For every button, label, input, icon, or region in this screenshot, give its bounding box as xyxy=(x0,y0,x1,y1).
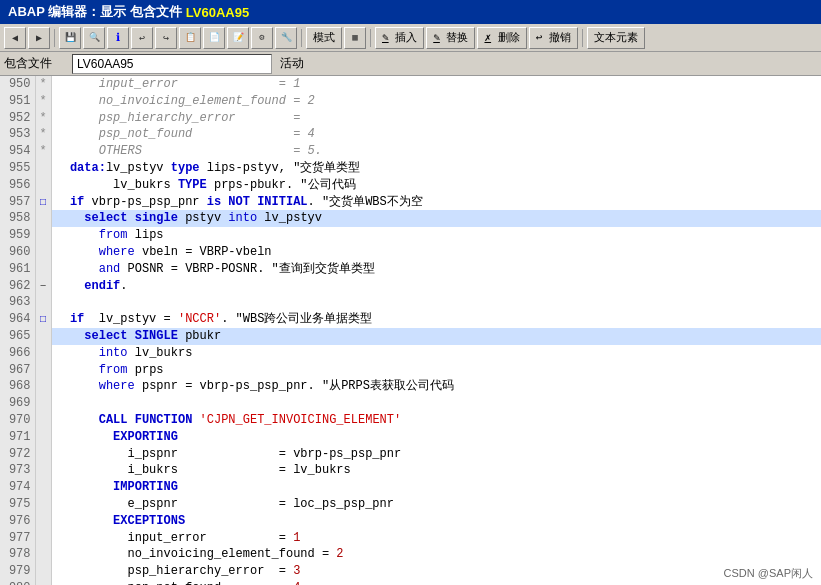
btn5[interactable]: 🔧 xyxy=(275,27,297,49)
code-container[interactable]: 950* input_error = 1951* no_invoicing_el… xyxy=(0,76,821,585)
table-row: 952* psp_hierarchy_error = xyxy=(0,110,821,127)
line-number: 980 xyxy=(0,580,35,585)
separator-2 xyxy=(301,29,302,47)
line-number: 952 xyxy=(0,110,35,127)
line-number: 955 xyxy=(0,160,35,177)
line-marker xyxy=(35,580,51,585)
save-button[interactable]: 💾 xyxy=(59,27,81,49)
table-row: 963 xyxy=(0,294,821,311)
toolbar: ◀ ▶ 💾 🔍 ℹ ↩ ↪ 📋 📄 📝 ⚙ 🔧 模式 ▦ ✎ 插入 ✎ 替换 ✗… xyxy=(0,24,821,52)
line-code: lv_bukrs TYPE prps-pbukr. "公司代码 xyxy=(51,177,821,194)
line-code: where pspnr = vbrp-ps_psp_pnr. "从PRPS表获取… xyxy=(51,378,821,395)
line-code: EXPORTING xyxy=(51,429,821,446)
forward-button[interactable]: ▶ xyxy=(28,27,50,49)
line-number: 950 xyxy=(0,76,35,93)
table-row: 978 no_invoicing_element_found = 2 xyxy=(0,546,821,563)
table-row: 956 lv_bukrs TYPE prps-pbukr. "公司代码 xyxy=(0,177,821,194)
line-code: psp_hierarchy_error = 3 xyxy=(51,563,821,580)
line-number: 969 xyxy=(0,395,35,412)
line-code: no_invoicing_element_found = 2 xyxy=(51,93,821,110)
table-row: 973 i_bukrs = lv_bukrs xyxy=(0,462,821,479)
table-row: 953* psp_not_found = 4 xyxy=(0,126,821,143)
table-row: 957□ if vbrp-ps_psp_pnr is NOT INITIAL. … xyxy=(0,194,821,211)
line-marker xyxy=(35,160,51,177)
line-number: 972 xyxy=(0,446,35,463)
line-number: 960 xyxy=(0,244,35,261)
line-marker: * xyxy=(35,143,51,160)
btn1[interactable]: 📋 xyxy=(179,27,201,49)
prev-button[interactable]: ↩ xyxy=(131,27,153,49)
line-number: 967 xyxy=(0,362,35,379)
line-code: endif. xyxy=(51,278,821,295)
line-code: i_bukrs = lv_bukrs xyxy=(51,462,821,479)
line-marker xyxy=(35,227,51,244)
file-label: 包含文件 xyxy=(4,55,64,72)
line-code: psp_not_found = 4 xyxy=(51,126,821,143)
watermark: CSDN @SAP闲人 xyxy=(724,566,813,581)
undo-button[interactable]: ↩ 撤销 xyxy=(529,27,578,49)
line-code: e_pspnr = loc_ps_psp_pnr xyxy=(51,496,821,513)
file-input[interactable] xyxy=(72,54,272,74)
table-row: 965 select SINGLE pbukr xyxy=(0,328,821,345)
line-marker xyxy=(35,530,51,547)
line-marker xyxy=(35,244,51,261)
find-button[interactable]: 🔍 xyxy=(83,27,105,49)
line-number: 971 xyxy=(0,429,35,446)
line-marker: * xyxy=(35,93,51,110)
line-marker xyxy=(35,462,51,479)
line-marker xyxy=(35,446,51,463)
line-marker xyxy=(35,496,51,513)
line-number: 978 xyxy=(0,546,35,563)
line-number: 962 xyxy=(0,278,35,295)
line-marker xyxy=(35,378,51,395)
line-number: 973 xyxy=(0,462,35,479)
table-row: 967 from prps xyxy=(0,362,821,379)
line-marker xyxy=(35,546,51,563)
table-row: 958 select single pstyv into lv_pstyv xyxy=(0,210,821,227)
text-elements-button[interactable]: 文本元素 xyxy=(587,27,645,49)
insert-button[interactable]: ✎ 插入 xyxy=(375,27,424,49)
line-marker xyxy=(35,395,51,412)
line-number: 964 xyxy=(0,311,35,328)
line-code: if vbrp-ps_psp_pnr is NOT INITIAL. "交货单W… xyxy=(51,194,821,211)
table-row: 969 xyxy=(0,395,821,412)
next-button[interactable]: ↪ xyxy=(155,27,177,49)
line-marker xyxy=(35,563,51,580)
btn4[interactable]: ⚙ xyxy=(251,27,273,49)
line-code: psp_not_found = 4 xyxy=(51,580,821,585)
line-marker xyxy=(35,210,51,227)
table-row: 977 input_error = 1 xyxy=(0,530,821,547)
title-filename: LV60AA95 xyxy=(186,5,249,20)
line-code: and POSNR = VBRP-POSNR. "查询到交货单类型 xyxy=(51,261,821,278)
line-code xyxy=(51,395,821,412)
line-code: IMPORTING xyxy=(51,479,821,496)
back-button[interactable]: ◀ xyxy=(4,27,26,49)
line-number: 956 xyxy=(0,177,35,194)
info-button[interactable]: ℹ xyxy=(107,27,129,49)
line-number: 958 xyxy=(0,210,35,227)
table-row: 976 EXCEPTIONS xyxy=(0,513,821,530)
mode-button[interactable]: 模式 xyxy=(306,27,342,49)
line-code: select SINGLE pbukr xyxy=(51,328,821,345)
line-number: 954 xyxy=(0,143,35,160)
title-bar: ABAP 编辑器：显示 包含文件 LV60AA95 xyxy=(0,0,821,24)
table-row: 950* input_error = 1 xyxy=(0,76,821,93)
line-marker xyxy=(35,412,51,429)
delete-button[interactable]: ✗ 删除 xyxy=(477,27,526,49)
line-number: 961 xyxy=(0,261,35,278)
line-number: 957 xyxy=(0,194,35,211)
replace-button[interactable]: ✎ 替换 xyxy=(426,27,475,49)
table-row: 962– endif. xyxy=(0,278,821,295)
line-code: input_error = 1 xyxy=(51,530,821,547)
btn3[interactable]: 📝 xyxy=(227,27,249,49)
line-code: if lv_pstyv = 'NCCR'. "WBS跨公司业务单据类型 xyxy=(51,311,821,328)
line-marker xyxy=(35,429,51,446)
btn6[interactable]: ▦ xyxy=(344,27,366,49)
line-number: 970 xyxy=(0,412,35,429)
line-code: no_invoicing_element_found = 2 xyxy=(51,546,821,563)
table-row: 964□ if lv_pstyv = 'NCCR'. "WBS跨公司业务单据类型 xyxy=(0,311,821,328)
line-number: 974 xyxy=(0,479,35,496)
btn2[interactable]: 📄 xyxy=(203,27,225,49)
line-marker xyxy=(35,479,51,496)
line-number: 951 xyxy=(0,93,35,110)
